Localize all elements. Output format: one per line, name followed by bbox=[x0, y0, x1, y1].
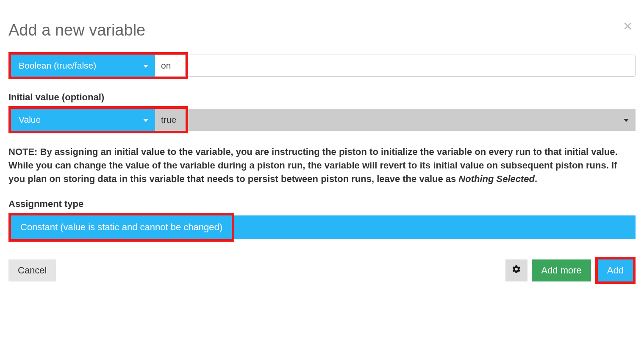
add-more-button[interactable]: Add more bbox=[532, 259, 591, 281]
variable-name-input[interactable]: on bbox=[155, 55, 186, 77]
type-and-name-row: Boolean (true/false) on bbox=[8, 52, 636, 79]
note-prefix: NOTE: bbox=[8, 146, 37, 157]
initial-value-value-select-left[interactable]: true bbox=[155, 109, 186, 131]
caret-down-icon bbox=[143, 119, 148, 122]
initial-value-mode-select[interactable]: Value bbox=[11, 109, 155, 131]
highlight-initial-value: Value true bbox=[8, 106, 188, 133]
cancel-button-label: Cancel bbox=[18, 265, 47, 276]
initial-value-row: Value true bbox=[8, 106, 636, 133]
dialog-footer: Cancel Add more Add bbox=[8, 257, 636, 284]
add-more-button-label: Add more bbox=[541, 265, 581, 276]
initial-value-mode-label: Value bbox=[19, 115, 41, 125]
caret-down-icon bbox=[624, 119, 629, 122]
highlight-assignment-type: Constant (value is static and cannot be … bbox=[8, 213, 234, 242]
add-variable-dialog: × Add a new variable Boolean (true/false… bbox=[8, 21, 636, 284]
variable-name-value: on bbox=[161, 61, 171, 71]
assignment-type-select-left[interactable]: Constant (value is static and cannot be … bbox=[11, 215, 232, 239]
close-icon[interactable]: × bbox=[623, 19, 632, 34]
initial-value-label: Initial value (optional) bbox=[8, 92, 636, 103]
cancel-button[interactable]: Cancel bbox=[8, 259, 56, 281]
assignment-type-label: Assignment type bbox=[8, 199, 636, 210]
variable-type-select[interactable]: Boolean (true/false) bbox=[11, 55, 155, 77]
add-button-label: Add bbox=[607, 265, 624, 276]
dialog-title: Add a new variable bbox=[8, 21, 636, 39]
initial-value-value-select[interactable] bbox=[188, 109, 636, 131]
highlight-add-button: Add bbox=[595, 257, 636, 284]
assignment-type-select[interactable] bbox=[234, 215, 636, 239]
variable-name-input-continuation[interactable] bbox=[188, 55, 636, 77]
initial-value-value-label: true bbox=[161, 115, 176, 125]
highlight-type-and-name: Boolean (true/false) on bbox=[8, 52, 188, 79]
settings-button[interactable] bbox=[505, 259, 527, 281]
variable-type-label: Boolean (true/false) bbox=[19, 61, 96, 71]
caret-down-icon bbox=[143, 65, 148, 68]
assignment-type-value: Constant (value is static and cannot be … bbox=[20, 222, 222, 233]
assignment-type-row: Constant (value is static and cannot be … bbox=[8, 213, 636, 242]
add-button[interactable]: Add bbox=[598, 259, 633, 281]
note-suffix: . bbox=[535, 174, 537, 184]
gear-icon bbox=[512, 265, 521, 276]
note-text: NOTE: By assigning an initial value to t… bbox=[8, 145, 636, 186]
note-em: Nothing Selected bbox=[458, 174, 535, 184]
